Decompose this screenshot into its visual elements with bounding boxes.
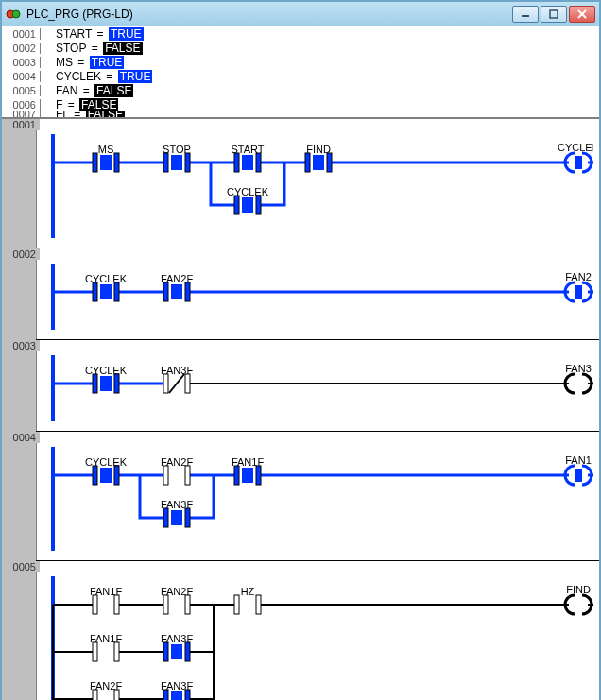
contact-fan1f[interactable]: FAN1F	[90, 586, 123, 614]
minimize-button[interactable]	[512, 6, 539, 23]
contact-fan3f[interactable]: FAN3F	[161, 499, 194, 527]
svg-rect-36	[185, 282, 190, 301]
svg-rect-65	[163, 508, 168, 527]
svg-rect-26	[242, 197, 253, 213]
coil-find[interactable]: FIND	[565, 584, 592, 614]
contact-fan3f[interactable]: FAN3F	[161, 633, 194, 661]
var-value-badge: FALSE	[79, 98, 118, 111]
svg-rect-96	[163, 690, 168, 700]
titlebar[interactable]: PLC_PRG (PRG-LD)	[2, 2, 599, 26]
svg-text:CYCLEK: CYCLEK	[558, 142, 593, 153]
var-line-number: 0006	[2, 99, 41, 111]
svg-rect-12	[163, 153, 168, 172]
var-row[interactable]: 0006F = FALSE	[2, 97, 599, 111]
svg-rect-76	[163, 595, 168, 614]
contact-start[interactable]: START	[231, 144, 264, 172]
rung[interactable]: 0003CYCLEKFAN3FFAN3	[36, 340, 599, 432]
svg-rect-94	[100, 691, 112, 700]
app-logo-icon	[6, 7, 21, 22]
ladder-editor[interactable]: 0001MSSTOPSTARTFINDCYCLEKCYCLEK0002CYCLE…	[2, 119, 599, 700]
contact-fan3f[interactable]: FAN3F	[161, 365, 194, 393]
svg-rect-21	[327, 153, 332, 172]
svg-text:FAN3: FAN3	[565, 363, 592, 374]
var-row[interactable]: 0003MS = TRUE	[2, 55, 599, 69]
var-row[interactable]: 0004CYCLEK = TRUE	[2, 69, 599, 83]
var-value-badge: FALSE	[86, 111, 125, 117]
svg-rect-78	[171, 597, 182, 612]
var-row[interactable]: 0002STOP = FALSE	[2, 41, 599, 55]
svg-rect-3	[550, 10, 558, 18]
rung-svg: CYCLEKFAN2FFAN1FFAN3FFAN1	[45, 447, 593, 551]
contact-fan1f[interactable]: FAN1F	[232, 456, 265, 485]
app-window: PLC_PRG (PRG-LD) 0001START = TRUE0002STO…	[0, 0, 601, 700]
svg-rect-86	[100, 644, 112, 659]
rung[interactable]: 0005FAN1FFAN2FHZFAN1FFAN3FFAN2FFAN3FFAN2…	[36, 561, 599, 700]
rung-svg: MSSTOPSTARTFINDCYCLEKCYCLEK	[45, 134, 593, 238]
var-line-number: 0002	[2, 43, 41, 54]
contact-fan3f[interactable]: FAN3F	[161, 680, 194, 700]
coil-cyclek[interactable]: CYCLEK	[558, 142, 593, 172]
svg-rect-17	[256, 153, 261, 172]
coil-fan1[interactable]: FAN1	[565, 454, 592, 485]
contact-cyclek[interactable]: CYCLEK	[85, 273, 128, 301]
svg-rect-84	[93, 642, 97, 661]
rung-number: 0001	[2, 119, 40, 130]
svg-point-1	[12, 10, 20, 18]
svg-rect-58	[185, 466, 190, 485]
svg-rect-88	[163, 642, 168, 661]
contact-fan2f[interactable]: FAN2F	[161, 586, 194, 614]
contact-fan2f[interactable]: FAN2F	[161, 273, 194, 301]
svg-rect-31	[93, 282, 97, 301]
svg-rect-44	[100, 376, 112, 391]
svg-rect-57	[163, 466, 168, 485]
contact-ms[interactable]: MS	[93, 144, 119, 172]
contact-cyclek[interactable]: CYCLEK	[85, 365, 128, 393]
var-row[interactable]: 0005FAN = FALSE	[2, 83, 599, 97]
svg-rect-20	[305, 153, 310, 172]
svg-rect-10	[100, 155, 112, 170]
svg-text:CYCLEK: CYCLEK	[227, 186, 269, 197]
svg-rect-85	[114, 642, 119, 661]
coil-fan3[interactable]: FAN3	[565, 363, 592, 393]
var-text: FAN = FALSE	[41, 84, 133, 97]
svg-rect-33	[100, 284, 112, 299]
svg-rect-97	[185, 690, 190, 700]
svg-text:CYCLEK: CYCLEK	[85, 365, 128, 376]
svg-text:FIND: FIND	[566, 584, 591, 595]
variable-declaration-pane[interactable]: 0001START = TRUE0002STOP = FALSE0003MS =…	[2, 26, 599, 119]
var-row[interactable]: 0001START = TRUE	[2, 26, 599, 41]
svg-rect-67	[171, 510, 182, 525]
rung[interactable]: 0004CYCLEKFAN2FFAN1FFAN3FFAN1	[36, 432, 599, 561]
contact-fan1f[interactable]: FAN1F	[90, 633, 123, 661]
contact-hz[interactable]: HZ	[234, 586, 261, 614]
svg-rect-35	[163, 282, 168, 301]
rung[interactable]: 0002CYCLEKFAN2FFAN2	[36, 248, 599, 340]
contact-stop[interactable]: STOP	[163, 144, 191, 172]
rung-number: 0005	[2, 561, 40, 572]
svg-rect-46	[163, 374, 168, 393]
var-row[interactable]: 0007FL = FALSE	[2, 111, 599, 117]
svg-rect-98	[171, 691, 182, 700]
rung-svg: CYCLEKFAN2FFAN2	[45, 264, 593, 330]
rung-number: 0004	[2, 432, 40, 443]
var-line-number: 0004	[2, 71, 41, 82]
rung[interactable]: 0001MSSTOPSTARTFINDCYCLEKCYCLEK	[36, 119, 599, 248]
window-title: PLC_PRG (PRG-LD)	[26, 8, 133, 21]
svg-rect-93	[114, 690, 119, 700]
var-text: FL = FALSE	[41, 111, 125, 117]
maximize-button[interactable]	[541, 6, 567, 23]
window-buttons	[512, 6, 595, 23]
contact-cyclek[interactable]: CYCLEK	[85, 456, 128, 485]
contact-fan2f[interactable]: FAN2F	[90, 680, 123, 700]
contact-cyclek[interactable]: CYCLEK	[227, 186, 269, 214]
svg-rect-14	[171, 155, 182, 170]
close-button[interactable]	[569, 6, 595, 23]
svg-rect-18	[242, 155, 253, 170]
svg-text:MS: MS	[98, 144, 114, 155]
var-text: F = FALSE	[41, 98, 118, 111]
contact-fan2f[interactable]: FAN2F	[161, 456, 194, 485]
contact-find[interactable]: FIND	[305, 144, 332, 172]
var-text: START = TRUE	[41, 27, 144, 41]
coil-fan2[interactable]: FAN2	[565, 271, 592, 301]
svg-rect-37	[171, 284, 182, 299]
